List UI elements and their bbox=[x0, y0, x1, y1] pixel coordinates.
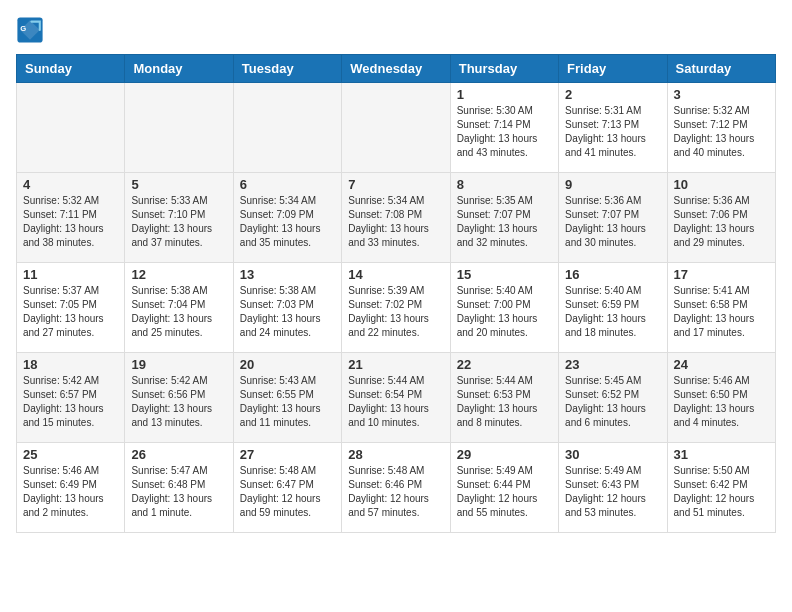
calendar-day-cell: 5Sunrise: 5:33 AM Sunset: 7:10 PM Daylig… bbox=[125, 173, 233, 263]
calendar-day-cell: 18Sunrise: 5:42 AM Sunset: 6:57 PM Dayli… bbox=[17, 353, 125, 443]
calendar-day-cell bbox=[233, 83, 341, 173]
day-info: Sunrise: 5:41 AM Sunset: 6:58 PM Dayligh… bbox=[674, 284, 769, 340]
calendar-day-cell: 8Sunrise: 5:35 AM Sunset: 7:07 PM Daylig… bbox=[450, 173, 558, 263]
calendar-day-cell bbox=[17, 83, 125, 173]
day-number: 11 bbox=[23, 267, 118, 282]
weekday-header: Monday bbox=[125, 55, 233, 83]
calendar-day-cell bbox=[125, 83, 233, 173]
day-number: 4 bbox=[23, 177, 118, 192]
calendar-week-row: 18Sunrise: 5:42 AM Sunset: 6:57 PM Dayli… bbox=[17, 353, 776, 443]
day-number: 27 bbox=[240, 447, 335, 462]
calendar-week-row: 25Sunrise: 5:46 AM Sunset: 6:49 PM Dayli… bbox=[17, 443, 776, 533]
calendar-day-cell: 30Sunrise: 5:49 AM Sunset: 6:43 PM Dayli… bbox=[559, 443, 667, 533]
day-number: 16 bbox=[565, 267, 660, 282]
weekday-header: Friday bbox=[559, 55, 667, 83]
calendar-day-cell: 21Sunrise: 5:44 AM Sunset: 6:54 PM Dayli… bbox=[342, 353, 450, 443]
day-info: Sunrise: 5:42 AM Sunset: 6:57 PM Dayligh… bbox=[23, 374, 118, 430]
calendar-day-cell: 16Sunrise: 5:40 AM Sunset: 6:59 PM Dayli… bbox=[559, 263, 667, 353]
day-info: Sunrise: 5:36 AM Sunset: 7:06 PM Dayligh… bbox=[674, 194, 769, 250]
calendar-day-cell: 12Sunrise: 5:38 AM Sunset: 7:04 PM Dayli… bbox=[125, 263, 233, 353]
day-info: Sunrise: 5:30 AM Sunset: 7:14 PM Dayligh… bbox=[457, 104, 552, 160]
svg-text:G: G bbox=[20, 24, 26, 33]
calendar-day-cell: 23Sunrise: 5:45 AM Sunset: 6:52 PM Dayli… bbox=[559, 353, 667, 443]
day-number: 20 bbox=[240, 357, 335, 372]
day-number: 29 bbox=[457, 447, 552, 462]
day-info: Sunrise: 5:48 AM Sunset: 6:46 PM Dayligh… bbox=[348, 464, 443, 520]
weekday-header: Sunday bbox=[17, 55, 125, 83]
day-number: 14 bbox=[348, 267, 443, 282]
day-number: 18 bbox=[23, 357, 118, 372]
day-number: 5 bbox=[131, 177, 226, 192]
day-info: Sunrise: 5:46 AM Sunset: 6:49 PM Dayligh… bbox=[23, 464, 118, 520]
day-number: 10 bbox=[674, 177, 769, 192]
day-info: Sunrise: 5:44 AM Sunset: 6:53 PM Dayligh… bbox=[457, 374, 552, 430]
calendar-day-cell: 20Sunrise: 5:43 AM Sunset: 6:55 PM Dayli… bbox=[233, 353, 341, 443]
day-number: 1 bbox=[457, 87, 552, 102]
calendar-day-cell: 28Sunrise: 5:48 AM Sunset: 6:46 PM Dayli… bbox=[342, 443, 450, 533]
calendar-day-cell: 3Sunrise: 5:32 AM Sunset: 7:12 PM Daylig… bbox=[667, 83, 775, 173]
calendar-header-row: SundayMondayTuesdayWednesdayThursdayFrid… bbox=[17, 55, 776, 83]
day-number: 17 bbox=[674, 267, 769, 282]
day-info: Sunrise: 5:50 AM Sunset: 6:42 PM Dayligh… bbox=[674, 464, 769, 520]
calendar-day-cell: 15Sunrise: 5:40 AM Sunset: 7:00 PM Dayli… bbox=[450, 263, 558, 353]
day-info: Sunrise: 5:37 AM Sunset: 7:05 PM Dayligh… bbox=[23, 284, 118, 340]
logo: G bbox=[16, 16, 48, 44]
day-info: Sunrise: 5:46 AM Sunset: 6:50 PM Dayligh… bbox=[674, 374, 769, 430]
day-number: 3 bbox=[674, 87, 769, 102]
calendar-day-cell bbox=[342, 83, 450, 173]
day-number: 6 bbox=[240, 177, 335, 192]
day-info: Sunrise: 5:38 AM Sunset: 7:03 PM Dayligh… bbox=[240, 284, 335, 340]
day-number: 31 bbox=[674, 447, 769, 462]
day-number: 7 bbox=[348, 177, 443, 192]
page-header: G bbox=[16, 16, 776, 44]
day-info: Sunrise: 5:43 AM Sunset: 6:55 PM Dayligh… bbox=[240, 374, 335, 430]
day-info: Sunrise: 5:39 AM Sunset: 7:02 PM Dayligh… bbox=[348, 284, 443, 340]
day-info: Sunrise: 5:36 AM Sunset: 7:07 PM Dayligh… bbox=[565, 194, 660, 250]
day-info: Sunrise: 5:34 AM Sunset: 7:09 PM Dayligh… bbox=[240, 194, 335, 250]
day-info: Sunrise: 5:31 AM Sunset: 7:13 PM Dayligh… bbox=[565, 104, 660, 160]
weekday-header: Saturday bbox=[667, 55, 775, 83]
day-info: Sunrise: 5:32 AM Sunset: 7:11 PM Dayligh… bbox=[23, 194, 118, 250]
day-info: Sunrise: 5:49 AM Sunset: 6:43 PM Dayligh… bbox=[565, 464, 660, 520]
weekday-header: Tuesday bbox=[233, 55, 341, 83]
day-number: 21 bbox=[348, 357, 443, 372]
day-number: 9 bbox=[565, 177, 660, 192]
day-number: 19 bbox=[131, 357, 226, 372]
day-info: Sunrise: 5:47 AM Sunset: 6:48 PM Dayligh… bbox=[131, 464, 226, 520]
calendar-day-cell: 10Sunrise: 5:36 AM Sunset: 7:06 PM Dayli… bbox=[667, 173, 775, 263]
calendar-day-cell: 29Sunrise: 5:49 AM Sunset: 6:44 PM Dayli… bbox=[450, 443, 558, 533]
day-number: 8 bbox=[457, 177, 552, 192]
calendar-day-cell: 4Sunrise: 5:32 AM Sunset: 7:11 PM Daylig… bbox=[17, 173, 125, 263]
calendar-day-cell: 13Sunrise: 5:38 AM Sunset: 7:03 PM Dayli… bbox=[233, 263, 341, 353]
day-info: Sunrise: 5:34 AM Sunset: 7:08 PM Dayligh… bbox=[348, 194, 443, 250]
day-info: Sunrise: 5:45 AM Sunset: 6:52 PM Dayligh… bbox=[565, 374, 660, 430]
calendar-day-cell: 19Sunrise: 5:42 AM Sunset: 6:56 PM Dayli… bbox=[125, 353, 233, 443]
weekday-header: Wednesday bbox=[342, 55, 450, 83]
day-info: Sunrise: 5:35 AM Sunset: 7:07 PM Dayligh… bbox=[457, 194, 552, 250]
calendar-week-row: 11Sunrise: 5:37 AM Sunset: 7:05 PM Dayli… bbox=[17, 263, 776, 353]
day-number: 24 bbox=[674, 357, 769, 372]
calendar-day-cell: 7Sunrise: 5:34 AM Sunset: 7:08 PM Daylig… bbox=[342, 173, 450, 263]
calendar-day-cell: 26Sunrise: 5:47 AM Sunset: 6:48 PM Dayli… bbox=[125, 443, 233, 533]
day-number: 26 bbox=[131, 447, 226, 462]
calendar-week-row: 1Sunrise: 5:30 AM Sunset: 7:14 PM Daylig… bbox=[17, 83, 776, 173]
calendar-day-cell: 9Sunrise: 5:36 AM Sunset: 7:07 PM Daylig… bbox=[559, 173, 667, 263]
day-number: 30 bbox=[565, 447, 660, 462]
day-info: Sunrise: 5:32 AM Sunset: 7:12 PM Dayligh… bbox=[674, 104, 769, 160]
day-info: Sunrise: 5:44 AM Sunset: 6:54 PM Dayligh… bbox=[348, 374, 443, 430]
calendar-day-cell: 17Sunrise: 5:41 AM Sunset: 6:58 PM Dayli… bbox=[667, 263, 775, 353]
calendar-week-row: 4Sunrise: 5:32 AM Sunset: 7:11 PM Daylig… bbox=[17, 173, 776, 263]
calendar-day-cell: 6Sunrise: 5:34 AM Sunset: 7:09 PM Daylig… bbox=[233, 173, 341, 263]
day-number: 2 bbox=[565, 87, 660, 102]
weekday-header: Thursday bbox=[450, 55, 558, 83]
day-info: Sunrise: 5:33 AM Sunset: 7:10 PM Dayligh… bbox=[131, 194, 226, 250]
calendar-day-cell: 22Sunrise: 5:44 AM Sunset: 6:53 PM Dayli… bbox=[450, 353, 558, 443]
calendar-day-cell: 2Sunrise: 5:31 AM Sunset: 7:13 PM Daylig… bbox=[559, 83, 667, 173]
day-info: Sunrise: 5:38 AM Sunset: 7:04 PM Dayligh… bbox=[131, 284, 226, 340]
calendar-day-cell: 1Sunrise: 5:30 AM Sunset: 7:14 PM Daylig… bbox=[450, 83, 558, 173]
calendar-day-cell: 27Sunrise: 5:48 AM Sunset: 6:47 PM Dayli… bbox=[233, 443, 341, 533]
day-number: 23 bbox=[565, 357, 660, 372]
calendar-day-cell: 11Sunrise: 5:37 AM Sunset: 7:05 PM Dayli… bbox=[17, 263, 125, 353]
day-number: 22 bbox=[457, 357, 552, 372]
calendar-day-cell: 31Sunrise: 5:50 AM Sunset: 6:42 PM Dayli… bbox=[667, 443, 775, 533]
